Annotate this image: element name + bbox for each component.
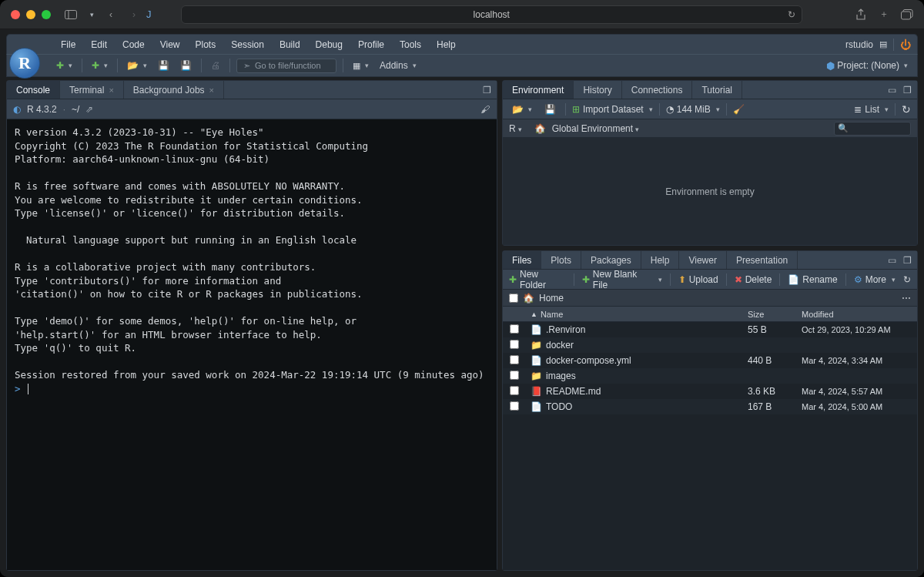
pane-minimize-icon[interactable]: ▭	[886, 85, 897, 96]
file-row[interactable]: 📄TODO 167 B Mar 4, 2024, 5:00 AM	[503, 399, 917, 414]
menu-debug[interactable]: Debug	[308, 35, 350, 54]
menu-view[interactable]: View	[152, 35, 188, 54]
delete-button[interactable]: ✖Delete	[735, 274, 772, 285]
path-popout-icon[interactable]: ⇗	[85, 104, 93, 115]
file-checkbox[interactable]	[510, 371, 519, 380]
tab-help[interactable]: Help	[641, 251, 680, 269]
tabs-overview-icon[interactable]	[901, 8, 913, 21]
tab-viewer[interactable]: Viewer	[679, 251, 726, 269]
close-window-button[interactable]	[11, 10, 20, 19]
menu-tools[interactable]: Tools	[392, 35, 429, 54]
file-checkbox[interactable]	[510, 386, 519, 395]
brand-doc-icon[interactable]: ▤	[879, 39, 887, 49]
col-name[interactable]: ▲Name	[526, 310, 748, 319]
menu-file[interactable]: File	[53, 35, 83, 54]
menu-code[interactable]: Code	[115, 35, 152, 54]
menu-help[interactable]: Help	[429, 35, 464, 54]
new-project-button[interactable]: ✚	[89, 59, 111, 72]
menu-plots[interactable]: Plots	[188, 35, 224, 54]
close-icon[interactable]: ×	[209, 86, 214, 95]
tab-tutorial[interactable]: Tutorial	[692, 81, 742, 99]
tab-history[interactable]: History	[574, 81, 621, 99]
home-icon[interactable]: 🏠	[523, 293, 534, 304]
env-view-mode[interactable]: ≣ List	[854, 104, 889, 115]
url-bar[interactable]: localhost ↻	[181, 5, 803, 24]
menu-build[interactable]: Build	[272, 35, 308, 54]
r-version-label: R 4.3.2	[27, 104, 57, 115]
sidebar-dropdown-icon[interactable]	[88, 8, 94, 21]
env-search-input[interactable]: 🔍	[834, 122, 911, 136]
grid-tools-button[interactable]: ▦	[350, 59, 372, 72]
tab-plots[interactable]: Plots	[541, 251, 581, 269]
file-checkbox[interactable]	[510, 401, 519, 411]
env-lang-scope[interactable]: R	[509, 123, 522, 134]
addins-button[interactable]: Addins	[377, 59, 420, 72]
tab-environment[interactable]: Environment	[503, 81, 574, 99]
sidebar-toggle-icon[interactable]	[65, 8, 77, 21]
close-icon[interactable]: ×	[109, 86, 113, 95]
console-output[interactable]: R version 4.3.2 (2023-10-31) -- "Eye Hol…	[7, 119, 497, 570]
file-row[interactable]: 📄docker-compose.yml 440 B Mar 4, 2024, 3…	[503, 353, 917, 368]
breadcrumb-more-icon[interactable]: ⋯	[902, 293, 911, 304]
quit-session-icon[interactable]: ⏻	[900, 39, 911, 51]
load-workspace-button[interactable]: 📂	[509, 102, 535, 116]
col-size[interactable]: Size	[748, 310, 802, 319]
reload-icon[interactable]: ↻	[788, 9, 795, 20]
import-dataset-button[interactable]: ⊞ Import Dataset	[572, 104, 653, 115]
minimize-window-button[interactable]	[26, 10, 35, 19]
col-modified[interactable]: Modified	[802, 310, 917, 319]
tab-console[interactable]: Console	[7, 81, 60, 99]
more-button[interactable]: ⚙More	[854, 274, 896, 285]
maximize-window-button[interactable]	[42, 10, 51, 19]
breadcrumb-home[interactable]: Home	[539, 293, 564, 304]
file-row[interactable]: 📕README.md 3.6 KB Mar 4, 2024, 5:57 AM	[503, 384, 917, 399]
new-blank-file-button[interactable]: ✚New Blank File	[582, 269, 662, 290]
file-checkbox[interactable]	[510, 340, 519, 349]
pane-maximize-icon[interactable]: ❐	[902, 255, 912, 266]
save-button[interactable]: 💾	[155, 59, 172, 72]
new-tab-icon[interactable]: ＋	[878, 8, 890, 21]
folder-icon: 📁	[531, 340, 541, 351]
new-folder-button[interactable]: ✚New Folder	[509, 269, 566, 290]
env-scope-bar: R 🏠 Global Environment 🔍	[503, 119, 917, 138]
tab-connections[interactable]: Connections	[622, 81, 693, 99]
tab-presentation[interactable]: Presentation	[727, 251, 798, 269]
tab-files[interactable]: Files	[503, 251, 541, 269]
nav-back-icon[interactable]: ‹	[105, 8, 117, 21]
upload-button[interactable]: ⬆Upload	[678, 274, 718, 285]
select-all-checkbox[interactable]	[509, 294, 518, 303]
refresh-env-icon[interactable]: ↻	[902, 103, 911, 116]
file-size: 440 B	[748, 355, 802, 366]
file-name: docker	[546, 340, 574, 351]
pane-window-icon[interactable]: ❐	[481, 85, 492, 96]
nav-forward-icon[interactable]: ›	[128, 8, 140, 21]
save-workspace-button[interactable]: 💾	[541, 102, 559, 116]
goto-file-input[interactable]: ➣ Go to file/function	[236, 59, 336, 73]
tab-packages[interactable]: Packages	[581, 251, 641, 269]
open-file-button[interactable]: 📂	[124, 59, 150, 72]
env-scope-dropdown[interactable]: Global Environment	[552, 123, 639, 134]
menu-session[interactable]: Session	[223, 35, 272, 54]
menu-profile[interactable]: Profile	[350, 35, 392, 54]
clear-objects-icon[interactable]: 🧹	[733, 104, 745, 115]
tab-background-jobs[interactable]: Background Jobs×	[124, 81, 224, 99]
refresh-files-icon[interactable]: ↻	[903, 274, 911, 285]
project-menu[interactable]: ⬢ Project: (None)	[823, 59, 911, 73]
file-row[interactable]: 📄.Renviron 55 B Oct 29, 2023, 10:29 AM	[503, 322, 917, 337]
menu-edit[interactable]: Edit	[83, 35, 115, 54]
rename-button[interactable]: 📄Rename	[788, 274, 837, 285]
new-file-button[interactable]: ✚	[53, 59, 75, 72]
file-checkbox[interactable]	[510, 355, 519, 364]
pane-minimize-icon[interactable]: ▭	[886, 255, 897, 266]
share-icon[interactable]	[855, 8, 867, 21]
memory-usage[interactable]: ◔ 144 MiB	[666, 104, 720, 115]
save-all-button[interactable]: 💾	[177, 59, 195, 72]
file-checkbox[interactable]	[510, 324, 519, 334]
file-row[interactable]: 📁docker	[503, 337, 917, 353]
print-button[interactable]: 🖨	[208, 59, 223, 72]
clear-console-icon[interactable]: 🖌	[480, 104, 490, 115]
tab-terminal[interactable]: Terminal×	[60, 81, 124, 99]
pane-maximize-icon[interactable]: ❐	[902, 85, 912, 96]
file-name: docker-compose.yml	[546, 355, 631, 366]
file-row[interactable]: 📁images	[503, 368, 917, 384]
